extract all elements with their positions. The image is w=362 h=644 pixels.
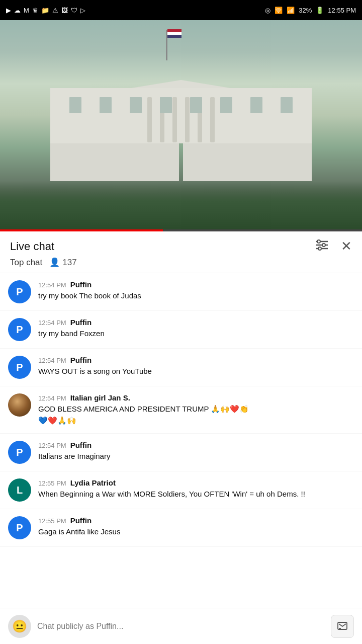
msg-meta: 12:55 PM Puffin (38, 516, 354, 525)
msg-text: Gaga is Antifa like Jesus (38, 526, 354, 538)
avatar: P (8, 318, 31, 341)
warning-icon: ⚠ (52, 7, 58, 14)
viewer-number: 137 (62, 258, 76, 268)
live-chat-header: Live chat ✕ Top chat (0, 231, 362, 273)
avatar (8, 393, 31, 417)
chat-message: P 12:55 PM Puffin Gaga is Antifa like Je… (0, 509, 362, 547)
status-icons-left: ▶ ☁ M ♛ 📁 ⚠ 🖼 🛡 ▷ (6, 7, 85, 14)
header-icons: ✕ (315, 238, 352, 254)
chat-input-bar: 😐 (0, 608, 362, 644)
msg-time: 12:54 PM (38, 357, 66, 364)
msg-time: 12:54 PM (38, 319, 66, 327)
avatar: P (8, 441, 31, 464)
chat-message: 12:54 PM Italian girl Jan S. GOD BLESS A… (0, 386, 362, 434)
msg-text: When Beginning a War with MORE Soldiers,… (38, 489, 354, 500)
svg-point-5 (318, 247, 321, 250)
msg-time: 12:55 PM (38, 517, 66, 525)
msg-meta: 12:55 PM Lydia Patriot (38, 478, 354, 487)
video-progress-bar (0, 229, 163, 231)
chat-input[interactable] (37, 615, 325, 637)
mastodon-icon: M (24, 7, 29, 14)
msg-meta: 12:54 PM Puffin (38, 280, 354, 289)
whitehouse (50, 80, 312, 181)
msg-author: Puffin (70, 516, 92, 525)
wh-wings (50, 143, 312, 181)
signal-icon: 📶 (287, 7, 295, 14)
send-button[interactable] (331, 615, 354, 638)
msg-content: 12:54 PM Italian girl Jan S. GOD BLESS A… (38, 393, 354, 426)
play-icon: ▶ (6, 7, 11, 14)
msg-author: Puffin (70, 280, 92, 289)
chat-message: P 12:54 PM Puffin try my book The book o… (0, 273, 362, 311)
msg-text: Italians are Imaginary (38, 451, 354, 462)
battery-percent: 32% (299, 7, 312, 14)
chat-messages: P 12:54 PM Puffin try my book The book o… (0, 273, 362, 547)
page-wrapper: ▶ ☁ M ♛ 📁 ⚠ 🖼 🛡 ▷ ◎ 🛜 📶 32% 🔋 12:55 PM (0, 0, 362, 583)
wifi-icon: 🛜 (275, 7, 283, 14)
wh-win2 (100, 97, 112, 113)
wh-win5 (190, 97, 202, 113)
chat-message: P 12:54 PM Puffin WAYS OUT is a song on … (0, 349, 362, 386)
msg-text: GOD BLESS AMERICA AND PRESIDENT TRUMP 🙏🙌… (38, 404, 354, 426)
svg-point-4 (322, 244, 325, 247)
msg-time: 12:54 PM (38, 281, 66, 289)
msg-content: 12:54 PM Puffin try my book The book of … (38, 280, 354, 302)
msg-content: 12:54 PM Puffin Italians are Imaginary (38, 441, 354, 462)
wh-win1 (69, 97, 81, 113)
live-chat-title: Live chat (10, 240, 54, 253)
flag (167, 29, 182, 38)
shield-icon: 🛡 (71, 7, 77, 14)
emoji-button[interactable]: 😐 (8, 615, 31, 638)
msg-text: try my band Foxzen (38, 328, 354, 340)
wh-left-wing (50, 143, 179, 181)
wh-win3 (130, 97, 142, 113)
avatar: P (8, 516, 31, 539)
avatar: P (8, 356, 31, 379)
cloud-icon: ☁ (14, 7, 21, 14)
svg-point-3 (317, 240, 320, 243)
msg-meta: 12:54 PM Italian girl Jan S. (38, 393, 354, 402)
msg-meta: 12:54 PM Puffin (38, 318, 354, 327)
battery-icon: 🔋 (316, 7, 324, 14)
avatar: P (8, 280, 31, 303)
video-progress-track (0, 229, 362, 231)
top-chat-label[interactable]: Top chat (10, 258, 42, 268)
wh-right-wing (183, 143, 312, 181)
status-icons-right: ◎ 🛜 📶 32% 🔋 12:55 PM (265, 7, 356, 14)
msg-content: 12:54 PM Puffin WAYS OUT is a song on Yo… (38, 356, 354, 377)
msg-text: try my book The book of Judas (38, 290, 354, 302)
wh-windows (60, 97, 302, 113)
close-button[interactable]: ✕ (341, 238, 352, 254)
msg-text: WAYS OUT is a song on YouTube (38, 366, 354, 377)
msg-meta: 12:54 PM Puffin (38, 356, 354, 364)
video-area (0, 20, 362, 231)
viewer-icon: 👤 (49, 257, 60, 268)
filter-icon[interactable] (315, 239, 329, 254)
wh-win4 (160, 97, 172, 113)
chat-message: L 12:55 PM Lydia Patriot When Beginning … (0, 471, 362, 509)
tree-row (0, 181, 362, 231)
msg-time: 12:54 PM (38, 442, 66, 449)
msg-content: 12:55 PM Puffin Gaga is Antifa like Jesu… (38, 516, 354, 538)
wh-win8 (281, 97, 293, 113)
wh-columns-row (50, 88, 312, 142)
gamepad-icon: ▷ (80, 7, 85, 14)
msg-content: 12:55 PM Lydia Patriot When Beginning a … (38, 478, 354, 500)
wh-win7 (250, 97, 262, 113)
chat-sub-row: Top chat 👤 137 (10, 257, 352, 268)
msg-content: 12:54 PM Puffin try my band Foxzen (38, 318, 354, 340)
status-bar: ▶ ☁ M ♛ 📁 ⚠ 🖼 🛡 ▷ ◎ 🛜 📶 32% 🔋 12:55 PM (0, 0, 362, 20)
msg-author: Lydia Patriot (70, 478, 116, 487)
crown-icon: ♛ (32, 7, 38, 14)
wh-main-body (50, 88, 312, 143)
avatar: L (8, 478, 31, 502)
folder-icon: 📁 (41, 7, 49, 14)
msg-author: Puffin (70, 318, 92, 327)
msg-author: Puffin (70, 441, 92, 449)
msg-time: 12:54 PM (38, 394, 66, 402)
live-chat-title-row: Live chat ✕ (10, 238, 352, 254)
viewer-count: 👤 137 (49, 257, 76, 268)
msg-time: 12:55 PM (38, 479, 66, 487)
msg-author: Italian girl Jan S. (70, 393, 130, 402)
chat-message: P 12:54 PM Puffin try my band Foxzen (0, 311, 362, 349)
